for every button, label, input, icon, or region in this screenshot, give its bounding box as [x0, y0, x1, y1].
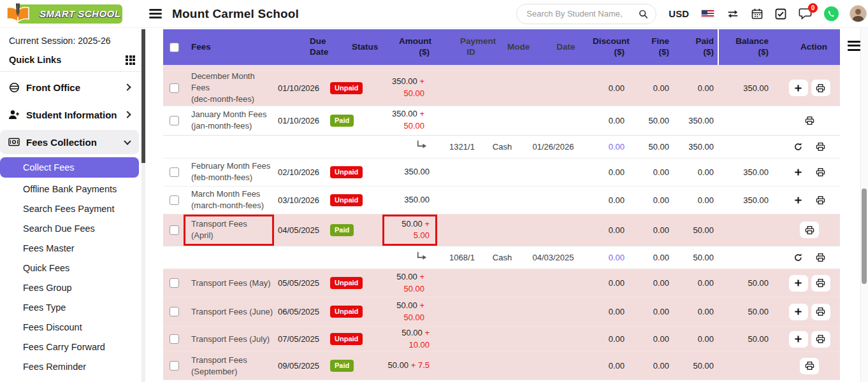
print-button[interactable]	[811, 138, 830, 155]
row-checkbox[interactable]	[170, 195, 179, 205]
language-flag[interactable]	[701, 10, 714, 18]
sidebar-section-student-information[interactable]: Student Information	[0, 103, 139, 127]
fee-name-text: January Month Fees(jan-month-fees)	[191, 110, 267, 131]
add-button[interactable]	[789, 275, 808, 292]
column-header-status: Status	[326, 42, 382, 53]
amount-cell: 350.00	[382, 194, 442, 206]
panel-menu-icon[interactable]	[848, 38, 860, 53]
print-button[interactable]	[811, 304, 830, 320]
row-checkbox[interactable]	[170, 334, 179, 344]
add-button[interactable]	[789, 164, 808, 180]
amount-text: 50.00 + 10.00	[401, 328, 430, 350]
book-pen-icon	[5, 3, 31, 25]
annotation-box: 50.00 + 5.00	[382, 215, 437, 246]
row-checkbox[interactable]	[170, 307, 179, 316]
fee-name-cell: Transport Fees (May)	[185, 278, 274, 289]
sidebar-item-collect-fees[interactable]: Collect Fees	[0, 157, 139, 178]
add-button[interactable]	[789, 304, 808, 320]
discount-link[interactable]: 0.00	[609, 142, 625, 152]
status-badge: Unpaid	[330, 194, 363, 206]
page-scrollbar-thumb[interactable]	[862, 188, 867, 284]
todo-check-icon[interactable]	[775, 8, 786, 20]
fee-name-cell: Transport Fees (April)	[185, 215, 274, 245]
action-cell	[779, 304, 840, 320]
sidebar-item-search-fees-payment[interactable]: Search Fees Payment	[0, 199, 139, 218]
main-content: FeesDue DateStatusAmount ($)Payment IDMo…	[145, 28, 868, 382]
header-checkbox-cell	[163, 43, 185, 52]
sidebar-item-offline-bank-payments[interactable]: Offline Bank Payments	[0, 180, 139, 199]
user-avatar[interactable]	[850, 5, 867, 22]
currency-selector[interactable]: USD	[669, 8, 689, 19]
sidebar-item-fees-master[interactable]: Fees Master	[0, 239, 139, 258]
sidebar-toggle-icon[interactable]	[149, 7, 162, 21]
row-checkbox[interactable]	[170, 116, 179, 125]
sidebar-item-fees-reminder[interactable]: Fees Reminder	[0, 357, 139, 376]
sidebar-item-quick-fees[interactable]: Quick Fees	[0, 258, 139, 278]
app-logo[interactable]: SMART SCHOOL	[6, 4, 122, 24]
due-date-cell: 04/05/2025	[274, 225, 326, 235]
print-button[interactable]	[811, 275, 830, 292]
print-button[interactable]	[800, 222, 819, 238]
student-search-input[interactable]	[517, 9, 639, 18]
add-button[interactable]	[789, 192, 808, 208]
status-badge: Unpaid	[330, 82, 363, 94]
select-all-checkbox[interactable]	[170, 43, 179, 52]
fees-collection-icon	[8, 136, 20, 148]
print-button[interactable]	[811, 250, 830, 266]
discount-link[interactable]: 0.00	[609, 253, 625, 262]
print-button[interactable]	[811, 164, 830, 180]
print-button[interactable]	[811, 192, 830, 208]
payment-id-cell: 1321/1	[442, 142, 482, 152]
revert-button[interactable]	[789, 138, 808, 155]
fee-row: Transport Fees(September)09/05/2025Paid5…	[163, 351, 840, 379]
status-badge: Unpaid	[330, 277, 363, 289]
sidebar-section-fees-collection[interactable]: Fees Collection	[0, 130, 139, 154]
amount-text: 50.00 +50.00	[382, 300, 430, 324]
quick-links[interactable]: Quick Links	[0, 48, 145, 71]
print-button[interactable]	[800, 112, 819, 129]
sidebar-item-fees-group[interactable]: Fees Group	[0, 278, 139, 297]
action-cell	[779, 331, 840, 348]
switch-icon[interactable]	[727, 9, 739, 19]
sidebar-section-front-office[interactable]: Front Office	[0, 75, 139, 99]
search-icon[interactable]	[639, 9, 648, 19]
amount-cell	[382, 251, 442, 264]
clipped-row-remnant	[163, 65, 840, 70]
sidebar-divider	[0, 71, 145, 72]
calendar-icon[interactable]	[751, 8, 763, 20]
row-checkbox[interactable]	[170, 361, 179, 371]
page-scrollbar-track	[860, 28, 868, 382]
amount-cell: 50.00 + 5.00	[382, 215, 442, 246]
action-cell	[779, 80, 840, 96]
balance-cell: 350.00	[718, 83, 779, 93]
revert-button[interactable]	[789, 250, 808, 266]
paid-cell: 50.00	[673, 253, 718, 262]
add-button[interactable]	[789, 331, 808, 348]
row-checkbox[interactable]	[170, 278, 179, 288]
due-date-cell: 02/10/2026	[274, 167, 326, 177]
amount-text: 350.00	[404, 195, 430, 204]
fine-cell: 0.00	[628, 307, 673, 316]
print-button[interactable]	[811, 331, 830, 348]
row-checkbox[interactable]	[170, 167, 179, 177]
sidebar-item-search-due-fees[interactable]: Search Due Fees	[0, 219, 139, 238]
amount-cell: 50.00 + 7.5	[382, 360, 442, 372]
balance-cell: 350.00	[718, 167, 779, 177]
sidebar-item-fees-type[interactable]: Fees Type	[0, 298, 139, 317]
column-header-mode: Mode	[482, 42, 523, 53]
due-date-cell: 03/10/2026	[274, 195, 326, 205]
messages-icon[interactable]: 0	[799, 8, 812, 20]
sidebar-item-fees-carry-forward[interactable]: Fees Carry Forward	[0, 337, 139, 357]
balance-cell: 50.00	[718, 307, 779, 316]
row-checkbox[interactable]	[170, 83, 179, 93]
checkbox-cell	[163, 361, 185, 371]
amount-cell: 50.00 +50.00	[382, 300, 442, 324]
fee-name-cell: Transport Fees(September)	[185, 355, 274, 378]
print-button[interactable]	[800, 358, 819, 374]
add-button[interactable]	[789, 80, 808, 96]
fine-cell: 0.00	[628, 83, 673, 93]
row-checkbox[interactable]	[170, 225, 179, 235]
print-button[interactable]	[811, 80, 830, 96]
whatsapp-icon[interactable]	[824, 6, 839, 21]
sidebar-item-fees-discount[interactable]: Fees Discount	[0, 318, 139, 337]
